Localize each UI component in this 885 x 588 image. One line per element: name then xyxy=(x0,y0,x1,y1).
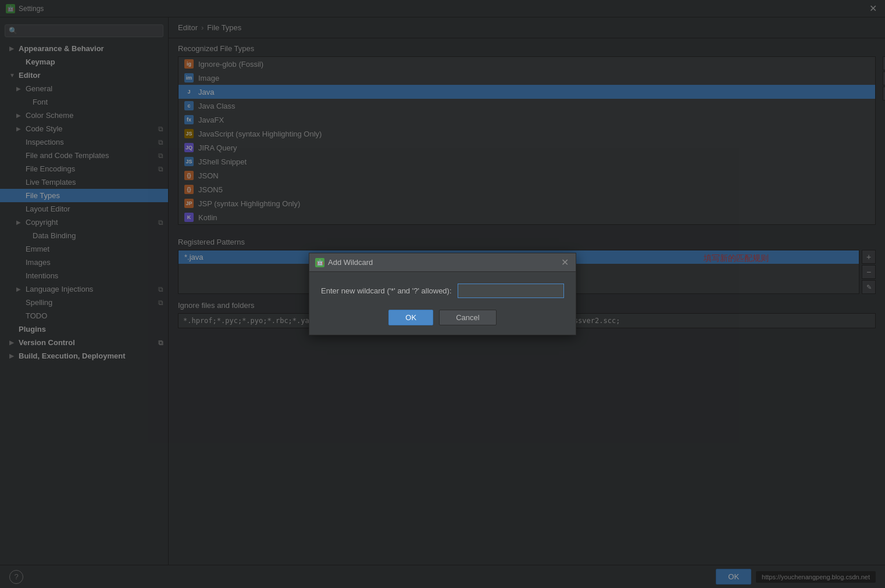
modal-title-bar: 🤖 Add Wildcard ✕ xyxy=(309,253,576,272)
modal-wildcard-input[interactable] xyxy=(458,284,564,298)
modal-app-icon: 🤖 xyxy=(315,258,324,267)
modal-input-row: Enter new wildcard ('*' and '?' allowed)… xyxy=(321,284,564,298)
modal-cancel-button[interactable]: Cancel xyxy=(439,310,496,325)
modal-label: Enter new wildcard ('*' and '?' allowed)… xyxy=(321,286,452,295)
modal-overlay: 🤖 Add Wildcard ✕ Enter new wildcard ('*'… xyxy=(0,0,885,588)
modal-close-button[interactable]: ✕ xyxy=(560,257,570,268)
modal-body: Enter new wildcard ('*' and '?' allowed)… xyxy=(309,272,576,335)
modal-buttons: OK Cancel xyxy=(321,310,564,325)
add-wildcard-dialog: 🤖 Add Wildcard ✕ Enter new wildcard ('*'… xyxy=(309,253,576,335)
modal-ok-button[interactable]: OK xyxy=(388,310,433,325)
modal-title: Add Wildcard xyxy=(328,258,560,267)
